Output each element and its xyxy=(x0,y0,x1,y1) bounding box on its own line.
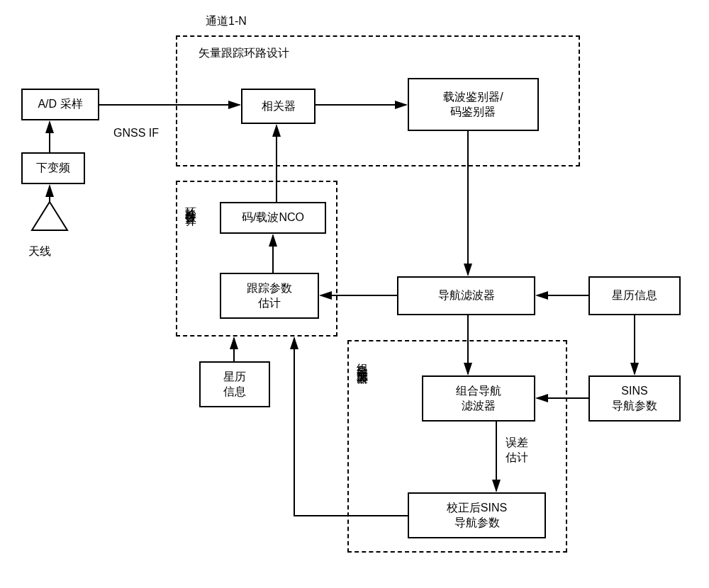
int-nav-filter-text: 组合导航 滤波器 xyxy=(456,384,501,414)
corr-sins-box: 校正后SINS 导航参数 xyxy=(408,492,546,538)
title-label: 通道1-N xyxy=(206,14,247,29)
ephemeris2-box: 星历信息 xyxy=(588,276,681,315)
region-main-filter-label: 组合导航主滤波器 xyxy=(354,354,369,366)
nav-filter-text: 导航滤波器 xyxy=(438,288,495,303)
downconv-box: 下变频 xyxy=(21,152,85,184)
correlator-box: 相关器 xyxy=(241,89,316,124)
antenna-label: 天线 xyxy=(28,244,51,259)
region-vector-loop-label: 矢量跟踪环路设计 xyxy=(199,46,289,61)
correlator-text: 相关器 xyxy=(262,99,296,114)
ephemeris1-text: 星历 信息 xyxy=(223,370,246,400)
ad-box: A/D 采样 xyxy=(21,89,99,120)
corr-sins-text: 校正后SINS 导航参数 xyxy=(447,501,507,531)
err-est-label: 误差 估计 xyxy=(506,436,528,465)
ephemeris1-box: 星历 信息 xyxy=(199,361,270,407)
track-est-text: 跟踪参数 估计 xyxy=(247,281,292,311)
ad-text: A/D 采样 xyxy=(38,97,82,112)
int-nav-filter-box: 组合导航 滤波器 xyxy=(422,375,535,422)
discriminator-text: 载波鉴别器/ 码鉴别器 xyxy=(443,90,503,120)
nav-filter-box: 导航滤波器 xyxy=(397,276,535,315)
downconv-text: 下变频 xyxy=(36,161,70,176)
gnss-if-label: GNSS IF xyxy=(113,126,159,141)
svg-marker-0 xyxy=(32,202,67,230)
antenna-icon xyxy=(28,198,71,234)
ephemeris2-text: 星历信息 xyxy=(612,288,657,303)
region-loop-param-label: 环路参数计算 xyxy=(183,198,198,207)
track-est-box: 跟踪参数 估计 xyxy=(220,273,319,319)
nco-box: 码/载波NCO xyxy=(220,202,326,234)
sins-params-box: SINS 导航参数 xyxy=(588,375,681,422)
nco-text: 码/载波NCO xyxy=(242,210,304,225)
discriminator-box: 载波鉴别器/ 码鉴别器 xyxy=(408,78,539,131)
sins-params-text: SINS 导航参数 xyxy=(612,384,657,414)
